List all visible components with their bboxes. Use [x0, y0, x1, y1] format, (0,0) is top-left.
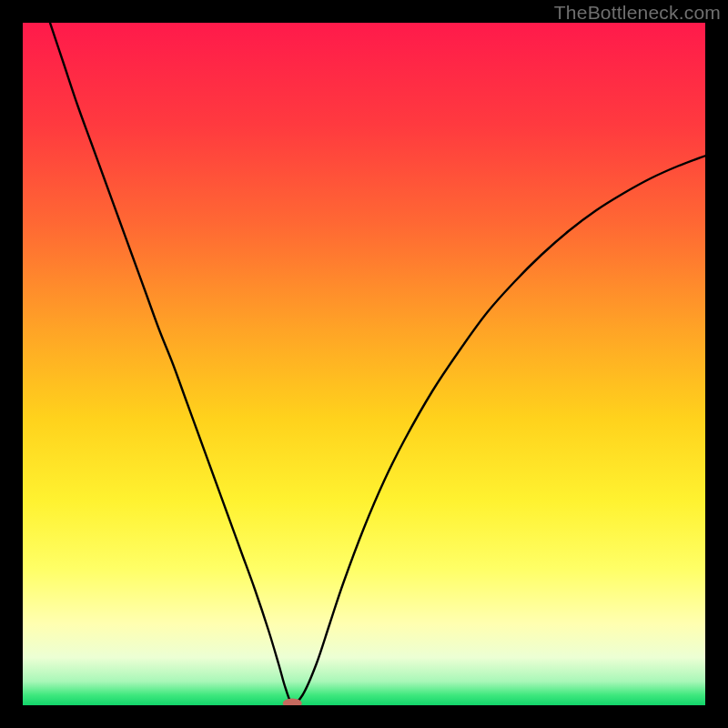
gradient-background	[23, 23, 705, 705]
watermark-text: TheBottleneck.com	[554, 2, 721, 24]
plot-area	[23, 23, 705, 705]
chart-svg	[23, 23, 705, 705]
chart-frame: TheBottleneck.com	[0, 0, 728, 728]
